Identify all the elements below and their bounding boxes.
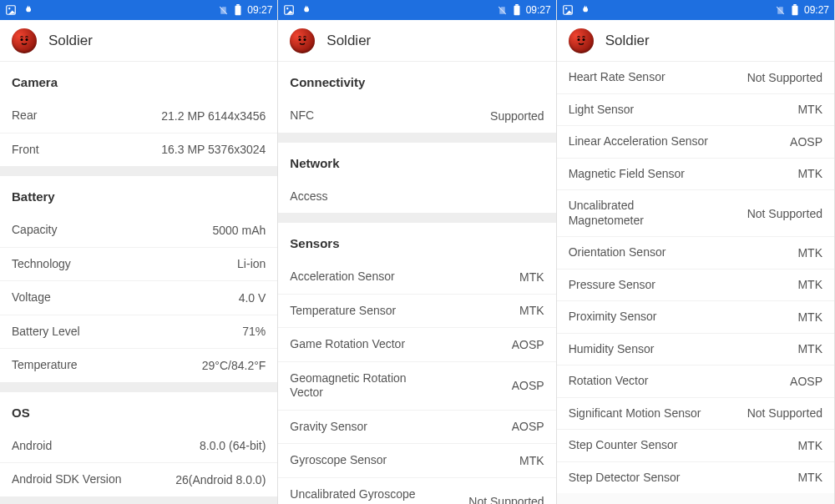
row-label: Linear Acceleration Sensor: [569, 134, 708, 149]
list-item[interactable]: TechnologyLi-ion: [0, 247, 277, 281]
row-label: Front: [12, 143, 39, 158]
svg-rect-18: [793, 4, 797, 6]
app-logo-icon: [12, 28, 37, 53]
list-item[interactable]: Voltage4.0 V: [0, 280, 277, 315]
svg-point-15: [565, 8, 567, 9]
fire-icon: [579, 4, 590, 16]
list-item[interactable]: Gravity SensorAOSP: [278, 410, 555, 444]
no-sim-icon: [775, 5, 786, 16]
list-item[interactable]: Rear21.2 MP 6144x3456: [0, 99, 277, 133]
list-item[interactable]: Heart Rate SensorNot Supported: [557, 62, 834, 93]
image-icon: [562, 4, 574, 16]
list-item[interactable]: Proximity SensorMTK: [557, 300, 834, 333]
list-item[interactable]: Game Rotation VectorAOSP: [278, 327, 555, 361]
row-value: 29°C/84.2°F: [202, 359, 266, 372]
row-label: Magnetic Field Sensor: [569, 167, 685, 182]
row-value: AOSP: [512, 379, 544, 392]
list-item[interactable]: Access: [278, 180, 555, 214]
row-value: MTK: [797, 278, 822, 291]
row-label: Rotation Vector: [569, 374, 649, 389]
battery-icon: [234, 4, 242, 16]
list-item[interactable]: Capacity5000 mAh: [0, 214, 277, 247]
row-value: Not Supported: [747, 207, 822, 220]
list-item[interactable]: Uncalibrated MagnetometerNot Supported: [557, 189, 834, 236]
row-value: Not Supported: [747, 406, 822, 420]
list-item[interactable]: NFCSupported: [278, 99, 555, 133]
row-label: Uncalibrated Gyroscope Sensor: [290, 487, 429, 505]
list-item[interactable]: Orientation SensorMTK: [557, 236, 834, 269]
list-item[interactable]: Temperature SensorMTK: [278, 294, 555, 328]
list-item[interactable]: Linear Acceleration SensorAOSP: [557, 125, 834, 158]
row-label: Step Detector Sensor: [569, 471, 681, 486]
no-sim-icon: [218, 5, 229, 16]
list-item[interactable]: Uncalibrated Gyroscope SensorNot Support…: [278, 477, 555, 505]
app-header: Soldier: [0, 20, 277, 62]
list-item[interactable]: Humidity SensorMTK: [557, 333, 834, 365]
content-area[interactable]: CameraRear21.2 MP 6144x3456Front16.3 MP …: [0, 62, 277, 504]
row-label: Voltage: [12, 290, 51, 305]
battery-icon: [513, 4, 521, 16]
app-logo-icon: [290, 28, 315, 53]
list-item[interactable]: Rotation VectorAOSP: [557, 365, 834, 397]
status-bar: 09:27: [557, 0, 834, 20]
row-label: Humidity Sensor: [569, 342, 655, 357]
list-item[interactable]: Front16.3 MP 5376x3024: [0, 133, 277, 167]
svg-point-6: [26, 38, 28, 41]
row-label: Android: [12, 439, 52, 454]
row-value: 71%: [242, 325, 266, 338]
row-value: Supported: [490, 109, 544, 123]
status-bar: 09:27: [278, 0, 555, 20]
row-label: Orientation Sensor: [569, 245, 666, 260]
image-icon: [5, 4, 17, 16]
row-value: AOSP: [790, 135, 822, 149]
row-value: AOSP: [512, 420, 544, 433]
svg-point-20: [582, 38, 584, 41]
app-title: Soldier: [48, 33, 93, 49]
app-logo-icon: [569, 28, 594, 53]
row-label: Temperature Sensor: [290, 304, 396, 319]
image-icon: [283, 4, 295, 16]
list-item[interactable]: Android8.0.0 (64-bit): [0, 430, 277, 463]
list-item[interactable]: Android SDK Version26(Android 8.0.0): [0, 462, 277, 496]
no-sim-icon: [497, 5, 508, 16]
svg-point-5: [21, 38, 23, 41]
list-item[interactable]: Magnetic Field SensorMTK: [557, 158, 834, 190]
list-item[interactable]: Geomagnetic Rotation VectorAOSP: [278, 361, 555, 410]
status-bar: 09:27: [0, 0, 277, 20]
row-value: 4.0 V: [239, 291, 266, 305]
content-area[interactable]: ConnectivityNFCSupportedNetworkAccessSen…: [278, 62, 555, 504]
row-value: MTK: [797, 342, 822, 355]
svg-point-12: [299, 38, 301, 41]
content-area[interactable]: Heart Rate SensorNot SupportedLight Sens…: [557, 62, 834, 504]
row-value: Not Supported: [468, 495, 544, 504]
svg-point-19: [577, 38, 579, 41]
row-value: AOSP: [512, 338, 544, 351]
section-header: Network: [278, 143, 555, 180]
list-item[interactable]: Significant Motion SensorNot Supported: [557, 397, 834, 430]
app-title: Soldier: [605, 33, 650, 49]
status-time: 09:27: [804, 4, 829, 16]
status-time: 09:27: [526, 4, 551, 16]
row-value: Li-ion: [237, 257, 266, 270]
list-item[interactable]: Acceleration SensorMTK: [278, 260, 555, 294]
row-label: Access: [290, 189, 327, 204]
list-item[interactable]: Pressure SensorMTK: [557, 269, 834, 301]
row-label: Pressure Sensor: [569, 278, 655, 293]
list-item[interactable]: Step Detector SensorMTK: [557, 461, 834, 494]
app-header: Soldier: [278, 20, 555, 62]
row-value: MTK: [519, 304, 544, 317]
list-item[interactable]: Light SensorMTK: [557, 93, 834, 126]
list-item[interactable]: Temperature29°C/84.2°F: [0, 348, 277, 382]
svg-rect-11: [515, 4, 519, 6]
row-value: AOSP: [790, 375, 822, 388]
list-item[interactable]: Step Counter SensorMTK: [557, 429, 834, 461]
row-value: 8.0.0 (64-bit): [200, 439, 266, 452]
row-label: Heart Rate Sensor: [569, 70, 665, 85]
list-item[interactable]: Gyroscope SensorMTK: [278, 443, 555, 477]
row-value: MTK: [519, 270, 544, 284]
screen-1: 09:27 Soldier CameraRear21.2 MP 6144x345…: [0, 0, 278, 504]
row-value: 21.2 MP 6144x3456: [161, 109, 266, 123]
row-label: NFC: [290, 108, 314, 123]
row-label: Temperature: [12, 358, 78, 373]
list-item[interactable]: Battery Level71%: [0, 315, 277, 349]
